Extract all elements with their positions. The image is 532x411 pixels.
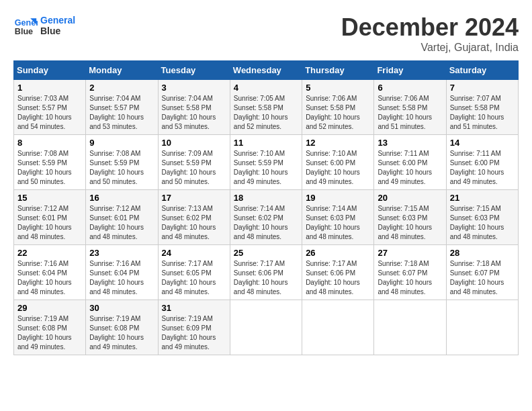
day-info: Sunrise: 7:13 AM Sunset: 6:02 PM Dayligh… [162,204,226,242]
day-info: Sunrise: 7:12 AM Sunset: 6:01 PM Dayligh… [17,204,82,242]
calendar-title: December 2024 [341,13,519,42]
header-day-sunday: Sunday [14,61,86,80]
day-info: Sunrise: 7:19 AM Sunset: 6:08 PM Dayligh… [89,314,154,352]
day-number: 19 [306,193,370,203]
day-cell: 25 Sunrise: 7:17 AM Sunset: 6:06 PM Dayl… [230,245,302,300]
day-cell [302,300,374,355]
day-number: 5 [306,83,370,93]
day-cell: 3 Sunrise: 7:04 AM Sunset: 5:58 PM Dayli… [158,80,230,135]
day-info: Sunrise: 7:03 AM Sunset: 5:57 PM Dayligh… [17,94,82,132]
day-number: 30 [89,303,154,313]
day-info: Sunrise: 7:08 AM Sunset: 5:59 PM Dayligh… [89,149,154,187]
day-cell: 16 Sunrise: 7:12 AM Sunset: 6:01 PM Dayl… [86,190,158,245]
day-number: 16 [89,193,154,203]
day-cell: 4 Sunrise: 7:05 AM Sunset: 5:58 PM Dayli… [230,80,302,135]
day-cell: 23 Sunrise: 7:16 AM Sunset: 6:04 PM Dayl… [86,245,158,300]
day-cell: 20 Sunrise: 7:15 AM Sunset: 6:03 PM Dayl… [374,190,446,245]
day-cell: 22 Sunrise: 7:16 AM Sunset: 6:04 PM Dayl… [14,245,86,300]
day-info: Sunrise: 7:16 AM Sunset: 6:04 PM Dayligh… [17,259,82,297]
day-cell: 31 Sunrise: 7:19 AM Sunset: 6:09 PM Dayl… [158,300,230,355]
day-number: 14 [450,138,515,148]
day-cell: 14 Sunrise: 7:11 AM Sunset: 6:00 PM Dayl… [446,135,518,190]
day-cell: 28 Sunrise: 7:18 AM Sunset: 6:07 PM Dayl… [446,245,518,300]
day-number: 23 [89,248,154,258]
day-number: 1 [17,83,82,93]
day-number: 8 [17,138,82,148]
day-cell: 15 Sunrise: 7:12 AM Sunset: 6:01 PM Dayl… [14,190,86,245]
day-info: Sunrise: 7:09 AM Sunset: 5:59 PM Dayligh… [162,149,226,187]
day-number: 29 [17,303,82,313]
day-number: 20 [378,193,442,203]
week-row-3: 15 Sunrise: 7:12 AM Sunset: 6:01 PM Dayl… [14,190,519,245]
day-info: Sunrise: 7:10 AM Sunset: 5:59 PM Dayligh… [234,149,298,187]
logo-icon: General Blue [13,13,38,38]
day-cell: 21 Sunrise: 7:15 AM Sunset: 6:03 PM Dayl… [446,190,518,245]
day-cell: 19 Sunrise: 7:14 AM Sunset: 6:03 PM Dayl… [302,190,374,245]
header-day-thursday: Thursday [302,61,374,80]
header-day-friday: Friday [374,61,446,80]
day-number: 26 [306,248,370,258]
day-number: 12 [306,138,370,148]
logo-blue: Blue [40,26,75,36]
day-info: Sunrise: 7:14 AM Sunset: 6:03 PM Dayligh… [306,204,370,242]
day-number: 15 [17,193,82,203]
day-number: 9 [89,138,154,148]
day-number: 17 [162,193,226,203]
svg-text:Blue: Blue [15,27,33,36]
day-info: Sunrise: 7:10 AM Sunset: 6:00 PM Dayligh… [306,149,370,187]
day-info: Sunrise: 7:06 AM Sunset: 5:58 PM Dayligh… [306,94,370,132]
day-number: 2 [89,83,154,93]
day-info: Sunrise: 7:19 AM Sunset: 6:08 PM Dayligh… [17,314,82,352]
day-number: 27 [378,248,442,258]
week-row-5: 29 Sunrise: 7:19 AM Sunset: 6:08 PM Dayl… [14,300,519,355]
day-cell: 5 Sunrise: 7:06 AM Sunset: 5:58 PM Dayli… [302,80,374,135]
day-cell: 12 Sunrise: 7:10 AM Sunset: 6:00 PM Dayl… [302,135,374,190]
day-cell: 30 Sunrise: 7:19 AM Sunset: 6:08 PM Dayl… [86,300,158,355]
day-info: Sunrise: 7:15 AM Sunset: 6:03 PM Dayligh… [450,204,515,242]
day-info: Sunrise: 7:17 AM Sunset: 6:06 PM Dayligh… [234,259,298,297]
week-row-2: 8 Sunrise: 7:08 AM Sunset: 5:59 PM Dayli… [14,135,519,190]
day-cell: 9 Sunrise: 7:08 AM Sunset: 5:59 PM Dayli… [86,135,158,190]
calendar-subtitle: Vartej, Gujarat, India [341,42,519,54]
day-info: Sunrise: 7:05 AM Sunset: 5:58 PM Dayligh… [234,94,298,132]
day-info: Sunrise: 7:11 AM Sunset: 6:00 PM Dayligh… [450,149,515,187]
day-cell: 10 Sunrise: 7:09 AM Sunset: 5:59 PM Dayl… [158,135,230,190]
day-number: 21 [450,193,515,203]
day-number: 11 [234,138,298,148]
day-number: 25 [234,248,298,258]
day-info: Sunrise: 7:17 AM Sunset: 6:05 PM Dayligh… [162,259,226,297]
day-info: Sunrise: 7:14 AM Sunset: 6:02 PM Dayligh… [234,204,298,242]
calendar-table: SundayMondayTuesdayWednesdayThursdayFrid… [13,60,519,355]
day-info: Sunrise: 7:19 AM Sunset: 6:09 PM Dayligh… [162,314,226,352]
day-info: Sunrise: 7:11 AM Sunset: 6:00 PM Dayligh… [378,149,442,187]
day-cell: 6 Sunrise: 7:06 AM Sunset: 5:58 PM Dayli… [374,80,446,135]
day-cell: 29 Sunrise: 7:19 AM Sunset: 6:08 PM Dayl… [14,300,86,355]
day-info: Sunrise: 7:17 AM Sunset: 6:06 PM Dayligh… [306,259,370,297]
day-number: 22 [17,248,82,258]
day-cell: 24 Sunrise: 7:17 AM Sunset: 6:05 PM Dayl… [158,245,230,300]
day-cell: 2 Sunrise: 7:04 AM Sunset: 5:57 PM Dayli… [86,80,158,135]
day-number: 4 [234,83,298,93]
week-row-1: 1 Sunrise: 7:03 AM Sunset: 5:57 PM Dayli… [14,80,519,135]
day-cell: 11 Sunrise: 7:10 AM Sunset: 5:59 PM Dayl… [230,135,302,190]
day-cell [446,300,518,355]
day-cell: 7 Sunrise: 7:07 AM Sunset: 5:58 PM Dayli… [446,80,518,135]
day-info: Sunrise: 7:12 AM Sunset: 6:01 PM Dayligh… [89,204,154,242]
day-number: 31 [162,303,226,313]
header-day-monday: Monday [86,61,158,80]
day-info: Sunrise: 7:18 AM Sunset: 6:07 PM Dayligh… [378,259,442,297]
day-cell: 26 Sunrise: 7:17 AM Sunset: 6:06 PM Dayl… [302,245,374,300]
day-cell: 27 Sunrise: 7:18 AM Sunset: 6:07 PM Dayl… [374,245,446,300]
day-number: 18 [234,193,298,203]
day-cell [230,300,302,355]
day-cell: 8 Sunrise: 7:08 AM Sunset: 5:59 PM Dayli… [14,135,86,190]
day-info: Sunrise: 7:06 AM Sunset: 5:58 PM Dayligh… [378,94,442,132]
day-cell [374,300,446,355]
day-info: Sunrise: 7:07 AM Sunset: 5:58 PM Dayligh… [450,94,515,132]
logo: General Blue General Blue [13,13,75,38]
day-info: Sunrise: 7:08 AM Sunset: 5:59 PM Dayligh… [17,149,82,187]
title-section: December 2024 Vartej, Gujarat, India [341,13,519,54]
header-day-saturday: Saturday [446,61,518,80]
day-cell: 1 Sunrise: 7:03 AM Sunset: 5:57 PM Dayli… [14,80,86,135]
day-info: Sunrise: 7:18 AM Sunset: 6:07 PM Dayligh… [450,259,515,297]
